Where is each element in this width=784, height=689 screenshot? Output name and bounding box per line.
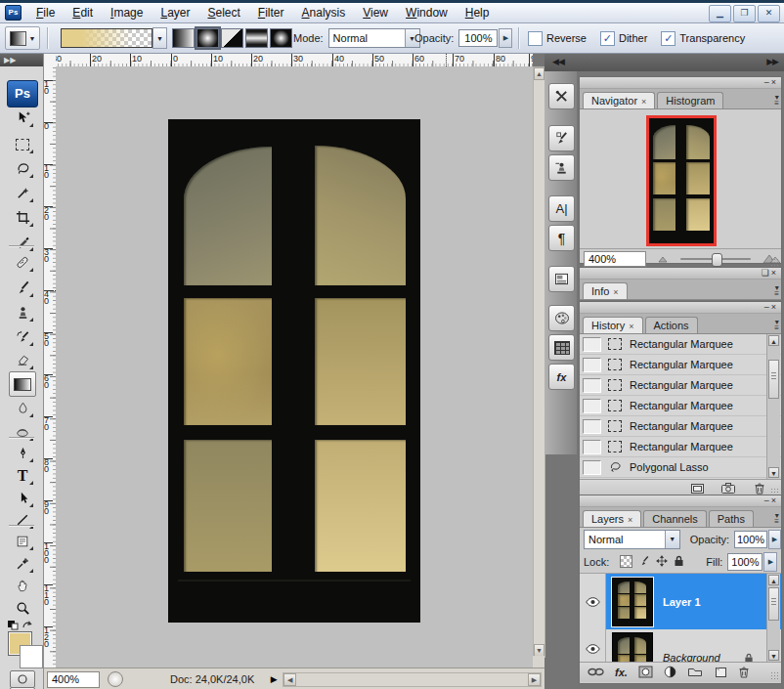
linear-gradient-button[interactable] <box>172 28 195 48</box>
tool-brush[interactable] <box>12 278 33 298</box>
panel-minimize-icon[interactable]: ❏ <box>762 268 771 278</box>
opacity-spinner[interactable]: ▶ <box>499 28 512 48</box>
fill-spinner-icon[interactable]: ▶ <box>763 552 777 572</box>
tool-pen[interactable] <box>12 443 33 463</box>
tool-slice[interactable] <box>12 232 33 252</box>
tool-lasso[interactable] <box>12 158 33 179</box>
tool-history-brush[interactable] <box>12 326 33 347</box>
layers-scrollbar[interactable]: ▲ ▼ <box>766 574 780 662</box>
history-step[interactable]: Rectangular Marquee <box>580 375 781 396</box>
tool-eyedropper[interactable] <box>12 553 33 574</box>
lock-position-icon[interactable] <box>656 555 668 569</box>
menu-select[interactable]: Select <box>198 4 248 22</box>
lock-transparency-icon[interactable] <box>620 555 632 568</box>
scroll-thumb[interactable] <box>768 587 779 621</box>
panel-close-icon[interactable]: × <box>771 302 778 312</box>
delete-layer-icon[interactable] <box>738 666 750 680</box>
tab-actions[interactable]: Actions <box>645 317 698 333</box>
scroll-down-icon[interactable]: ▼ <box>768 650 779 661</box>
close-button[interactable]: ✕ <box>758 5 780 22</box>
tool-presets-panel-icon[interactable] <box>548 83 575 109</box>
tool-crop[interactable] <box>12 207 33 228</box>
link-layers-icon[interactable] <box>588 667 604 678</box>
history-source-well[interactable] <box>583 440 601 454</box>
panel-menu-icon[interactable]: ▾≡ <box>774 513 779 525</box>
minimize-button[interactable]: ▁ <box>709 5 731 22</box>
menu-window[interactable]: Window <box>397 4 457 22</box>
transparency-checkbox[interactable]: ✓ <box>661 31 675 46</box>
tool-path-selection[interactable] <box>12 488 33 508</box>
layer-thumbnail[interactable] <box>612 578 653 626</box>
scroll-up-icon[interactable]: ▲ <box>768 335 779 346</box>
panel-minimize-icon[interactable]: – <box>764 302 771 312</box>
panel-minimize-icon[interactable]: – <box>764 77 771 87</box>
diamond-gradient-button[interactable] <box>270 28 292 48</box>
tool-notes[interactable] <box>12 531 33 551</box>
dither-checkbox[interactable]: ✓ <box>600 31 615 46</box>
new-group-icon[interactable] <box>687 666 703 679</box>
collapse-icons-arrow[interactable]: ◀◀ <box>552 57 564 66</box>
tab-channels[interactable]: Channels <box>643 510 706 527</box>
scroll-down-icon[interactable]: ▼ <box>768 467 779 478</box>
layer-thumbnail[interactable] <box>612 632 653 662</box>
layer-row-layer-1[interactable]: Layer 1 <box>580 574 781 629</box>
history-source-well[interactable] <box>583 419 601 434</box>
history-source-well[interactable] <box>583 378 601 393</box>
history-step[interactable]: Rectangular Marquee <box>580 437 781 457</box>
adjustment-layer-icon[interactable] <box>664 666 676 680</box>
tool-preset-picker[interactable]: ▼ <box>5 26 40 50</box>
panel-menu-icon[interactable]: ▾≡ <box>774 320 779 331</box>
layer-opacity-field[interactable]: 100% <box>734 531 767 548</box>
horizontal-ruler[interactable]: 30 20 10 0 10 20 30 40 50 60 70 80 90 <box>56 54 533 67</box>
tool-eraser[interactable] <box>12 350 33 370</box>
angle-gradient-button[interactable] <box>221 28 243 48</box>
mode-combobox[interactable]: Normal ▼ <box>328 28 420 48</box>
character-panel-icon[interactable]: A| <box>548 195 575 222</box>
slider-thumb[interactable] <box>712 253 722 267</box>
history-source-well[interactable] <box>583 399 601 413</box>
tab-layers[interactable]: Layers× <box>583 510 641 527</box>
zoom-out-icon[interactable] <box>658 253 671 265</box>
layer-fill-field[interactable]: 100% <box>727 553 762 571</box>
menu-file[interactable]: File <box>27 4 64 22</box>
gradient-preview[interactable] <box>61 28 152 48</box>
paragraph-panel-icon[interactable]: ¶ <box>548 225 575 251</box>
scroll-right-icon[interactable]: ▶ <box>528 673 541 686</box>
combo-arrow-icon[interactable]: ▼ <box>665 531 679 548</box>
color-panel-icon[interactable] <box>548 305 575 331</box>
reverse-checkbox[interactable] <box>528 31 543 46</box>
history-scrollbar[interactable]: ▲ ▼ <box>766 334 780 479</box>
tab-paths[interactable]: Paths <box>709 510 754 527</box>
canvas-horizontal-scrollbar[interactable]: ◀ ▶ <box>283 672 542 687</box>
menu-view[interactable]: View <box>354 4 397 22</box>
tab-navigator[interactable]: Navigator× <box>583 92 655 108</box>
add-layer-mask-icon[interactable] <box>638 666 653 680</box>
layer-row-background[interactable]: Background <box>580 629 781 662</box>
visibility-toggle[interactable] <box>580 574 606 629</box>
navigator-zoom-slider[interactable] <box>680 258 751 260</box>
styles-panel-icon[interactable]: fx <box>548 364 575 390</box>
canvas-image-window[interactable] <box>168 119 420 623</box>
visibility-toggle[interactable] <box>580 629 606 662</box>
new-layer-icon[interactable] <box>714 666 727 680</box>
toolbox-collapse-strip[interactable]: ▶▶ <box>0 54 43 66</box>
panel-menu-icon[interactable]: ▾≡ <box>774 285 779 297</box>
menu-image[interactable]: Image <box>102 4 152 22</box>
tool-type[interactable]: T <box>12 465 33 486</box>
tool-quick-selection[interactable] <box>12 183 33 203</box>
gradient-picker-arrow[interactable]: ▼ <box>152 27 167 49</box>
background-color-swatch[interactable] <box>20 645 43 668</box>
panel-close-icon[interactable]: × <box>771 268 778 278</box>
tool-clone-stamp[interactable] <box>12 302 33 323</box>
menu-filter[interactable]: Filter <box>249 4 293 22</box>
status-menu-arrow-icon[interactable]: ▶ <box>268 674 280 684</box>
panel-close-icon[interactable]: × <box>771 77 778 87</box>
reflected-gradient-button[interactable] <box>245 28 268 48</box>
panel-close-icon[interactable]: × <box>771 495 778 505</box>
opacity-spinner-icon[interactable]: ▶ <box>768 530 781 549</box>
panel-resize-grip[interactable] <box>770 671 780 681</box>
navigator-zoom-field[interactable]: 400% <box>584 251 646 267</box>
layer-style-icon[interactable]: fx. <box>615 667 628 678</box>
scroll-left-icon[interactable]: ◀ <box>283 673 296 686</box>
panel-minimize-icon[interactable]: – <box>764 495 771 505</box>
